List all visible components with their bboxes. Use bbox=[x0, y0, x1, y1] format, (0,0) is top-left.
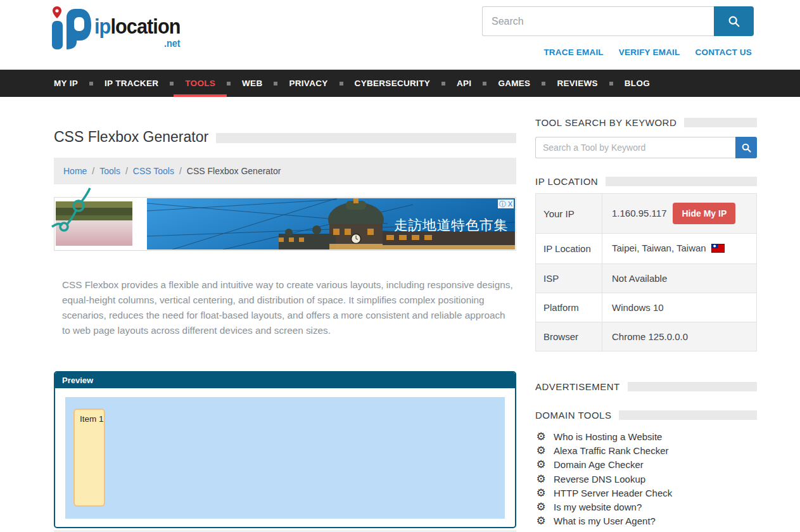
site-search-input[interactable] bbox=[482, 6, 714, 36]
advertisement-heading: ADVERTISEMENT bbox=[535, 381, 620, 392]
preview-panel: Preview Item 1 bbox=[54, 371, 516, 528]
title-decorative-bar bbox=[216, 133, 516, 143]
nav-ip-tracker[interactable]: IP TRACKER bbox=[93, 70, 170, 97]
tool-search-input[interactable] bbox=[535, 137, 735, 158]
header-links: TRACE EMAIL VERIFY EMAIL CONTACT US bbox=[543, 48, 752, 57]
nav-reviews[interactable]: REVIEWS bbox=[545, 70, 609, 97]
preview-panel-header: Preview bbox=[55, 372, 515, 388]
ip-location-table: Your IP 1.160.95.117Hide My IP IP Locati… bbox=[535, 193, 757, 352]
nav-cybersecurity[interactable]: CYBERSECURITY bbox=[343, 70, 441, 97]
table-row: ISP Not Available bbox=[536, 264, 757, 293]
breadcrumb-home[interactable]: Home bbox=[63, 166, 87, 176]
verify-email-link[interactable]: VERIFY EMAIL bbox=[619, 48, 680, 57]
browser-value: Chrome 125.0.0.0 bbox=[602, 322, 757, 352]
nav-my-ip[interactable]: MY IP bbox=[54, 70, 89, 97]
nav-games[interactable]: GAMES bbox=[486, 70, 542, 97]
ad-banner[interactable]: 走訪地道特色市集 ⓘX bbox=[54, 197, 516, 251]
flex-preview-container: Item 1 bbox=[65, 397, 505, 519]
header-search bbox=[482, 6, 754, 36]
site-search-button[interactable] bbox=[714, 6, 754, 36]
list-item: ⚙Domain Age Checker bbox=[535, 458, 757, 472]
list-item: ⚙Alexa Traffic Rank Checker bbox=[535, 443, 757, 457]
table-row: Platform Windows 10 bbox=[536, 293, 757, 322]
sidebar: TOOL SEARCH BY KEYWORD IP LOCATION Your … bbox=[535, 97, 757, 532]
gear-icon: ⚙ bbox=[535, 487, 547, 499]
tool-search bbox=[535, 137, 757, 158]
search-icon bbox=[727, 15, 741, 28]
tool-description: CSS Flexbox provides a flexible and intu… bbox=[54, 277, 513, 338]
breadcrumb-css-tools[interactable]: CSS Tools bbox=[133, 166, 174, 176]
platform-value: Windows 10 bbox=[602, 293, 757, 322]
domain-tools-list: ⚙Who is Hosting a Website ⚙Alexa Traffic… bbox=[535, 429, 757, 528]
main-nav: MY IP IP TRACKER TOOLS WEB PRIVACY CYBER… bbox=[0, 70, 800, 97]
ad-info-icon: ⓘ bbox=[499, 200, 506, 209]
list-item: ⚙Who is Hosting a Website bbox=[535, 429, 757, 443]
table-row: Browser Chrome 125.0.0.0 bbox=[536, 322, 757, 352]
nav-web[interactable]: WEB bbox=[231, 70, 274, 97]
nav-privacy[interactable]: PRIVACY bbox=[277, 70, 339, 97]
list-item: ⚙Is my website down? bbox=[535, 500, 757, 514]
your-ip-value: 1.160.95.117 bbox=[612, 208, 666, 218]
gear-icon: ⚙ bbox=[535, 459, 547, 471]
logo-ip-monogram-icon bbox=[49, 5, 92, 51]
ad-thumbnail-image bbox=[56, 187, 132, 246]
gear-icon: ⚙ bbox=[535, 431, 547, 443]
list-item: ⚙HTTP Server Header Check bbox=[535, 486, 757, 500]
logo-wordmark: iplocation .net bbox=[94, 15, 181, 49]
svg-text:走訪地道特色市集: 走訪地道特色市集 bbox=[394, 217, 508, 233]
table-row: IP Location Taipei, Taiwan, Taiwan bbox=[536, 234, 757, 264]
search-icon bbox=[741, 142, 752, 153]
list-item: ⚙What is my User Agent? bbox=[535, 514, 757, 528]
gear-icon: ⚙ bbox=[535, 501, 547, 513]
domain-tools-heading: DOMAIN TOOLS bbox=[535, 410, 611, 421]
list-item: ⚙Reverse DNS Lookup bbox=[535, 472, 757, 486]
contact-us-link[interactable]: CONTACT US bbox=[695, 48, 752, 57]
nav-api[interactable]: API bbox=[445, 70, 483, 97]
ip-location-heading: IP LOCATION bbox=[535, 176, 598, 187]
page-title: CSS Flexbox Generator bbox=[54, 129, 208, 146]
breadcrumb-tools[interactable]: Tools bbox=[99, 166, 120, 176]
tool-search-button[interactable] bbox=[735, 137, 757, 158]
nav-blog[interactable]: BLOG bbox=[613, 70, 661, 97]
breadcrumb-current: CSS Flexbox Generator bbox=[187, 166, 281, 176]
hide-my-ip-button[interactable]: Hide My IP bbox=[673, 203, 735, 224]
trace-email-link[interactable]: TRACE EMAIL bbox=[543, 48, 603, 57]
gear-icon: ⚙ bbox=[535, 445, 547, 457]
taiwan-flag-icon bbox=[711, 244, 725, 255]
gear-icon: ⚙ bbox=[535, 515, 547, 527]
isp-value: Not Available bbox=[602, 264, 757, 293]
breadcrumb: Home / Tools / CSS Tools / CSS Flexbox G… bbox=[54, 158, 516, 184]
table-row: Your IP 1.160.95.117Hide My IP bbox=[536, 194, 757, 234]
gear-icon: ⚙ bbox=[535, 473, 547, 485]
tool-search-heading: TOOL SEARCH BY KEYWORD bbox=[535, 117, 676, 128]
site-header: iplocation .net TRACE EMAIL VERIFY EMAIL… bbox=[0, 0, 800, 70]
ip-location-value: Taipei, Taiwan, Taiwan bbox=[612, 243, 706, 253]
flex-preview-item[interactable]: Item 1 bbox=[73, 408, 105, 507]
logo[interactable]: iplocation .net bbox=[49, 5, 190, 51]
ad-choices-badge[interactable]: ⓘX bbox=[498, 200, 514, 208]
ad-close-icon: X bbox=[508, 200, 512, 208]
nav-tools[interactable]: TOOLS bbox=[174, 70, 227, 97]
ad-main-image: 走訪地道特色市集 bbox=[147, 198, 515, 250]
